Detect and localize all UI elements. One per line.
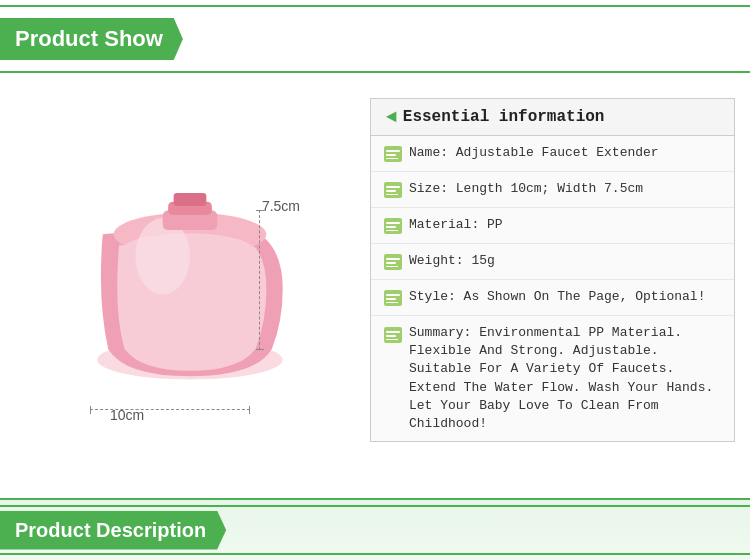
svg-rect-28 — [386, 335, 396, 337]
product-image-area: 7.5cm 10cm — [0, 88, 360, 488]
info-size-text: Size: Length 10cm; Width 7.5cm — [409, 180, 722, 198]
info-row-size: Size: Length 10cm; Width 7.5cm — [371, 172, 734, 208]
info-area: ◄ Essential information Name: Adjustable… — [360, 88, 750, 488]
info-title-text: Essential information — [403, 108, 605, 126]
dimension-line-horizontal — [90, 409, 250, 410]
main-content: 7.5cm 10cm ◄ Essential information — [0, 78, 750, 498]
info-icon-name — [383, 145, 403, 163]
essential-info-box: ◄ Essential information Name: Adjustable… — [370, 98, 735, 442]
product-shape: 7.5cm 10cm — [50, 148, 310, 428]
svg-rect-20 — [386, 262, 396, 264]
footer-ribbon: Product Description — [0, 511, 226, 550]
svg-rect-25 — [386, 302, 398, 303]
info-row-style: Style: As Shown On The Page, Optional! — [371, 280, 734, 316]
svg-rect-11 — [386, 186, 400, 188]
info-icon-summary — [383, 326, 403, 344]
header-ribbon: Product Show — [0, 18, 183, 60]
svg-rect-12 — [386, 190, 396, 192]
info-icon-size — [383, 181, 403, 199]
info-material-text: Material: PP — [409, 216, 722, 234]
svg-rect-15 — [386, 222, 400, 224]
info-row-summary: Summary: Environmental PP Material. Flex… — [371, 316, 734, 441]
info-icon-material — [383, 217, 403, 235]
product-illustration — [70, 158, 310, 398]
svg-rect-19 — [386, 258, 400, 260]
info-row-material: Material: PP — [371, 208, 734, 244]
svg-rect-7 — [386, 150, 400, 152]
svg-rect-17 — [386, 230, 398, 231]
title-arrow: ◄ — [386, 107, 397, 127]
info-row-weight: Weight: 15g — [371, 244, 734, 280]
info-name-text: Name: Adjustable Faucet Extender — [409, 144, 722, 162]
svg-rect-9 — [386, 158, 398, 159]
svg-rect-21 — [386, 266, 398, 267]
svg-rect-13 — [386, 194, 398, 195]
svg-rect-27 — [386, 331, 400, 333]
info-weight-text: Weight: 15g — [409, 252, 722, 270]
svg-rect-23 — [386, 294, 400, 296]
product-description-footer: Product Description — [0, 498, 750, 560]
svg-rect-8 — [386, 154, 396, 156]
header-title: Product Show — [15, 26, 163, 51]
dimension-line-vertical — [259, 210, 260, 350]
svg-rect-16 — [386, 226, 396, 228]
footer-title: Product Description — [15, 519, 206, 541]
dimension-width-label: 7.5cm — [262, 198, 300, 214]
info-summary-text: Summary: Environmental PP Material. Flex… — [409, 324, 722, 433]
info-icon-style — [383, 289, 403, 307]
info-style-text: Style: As Shown On The Page, Optional! — [409, 288, 722, 306]
essential-info-title: ◄ Essential information — [371, 99, 734, 136]
info-row-name: Name: Adjustable Faucet Extender — [371, 136, 734, 172]
svg-rect-5 — [174, 193, 207, 206]
product-show-header: Product Show — [0, 0, 750, 78]
info-icon-weight — [383, 253, 403, 271]
svg-rect-24 — [386, 298, 396, 300]
svg-rect-29 — [386, 339, 398, 340]
